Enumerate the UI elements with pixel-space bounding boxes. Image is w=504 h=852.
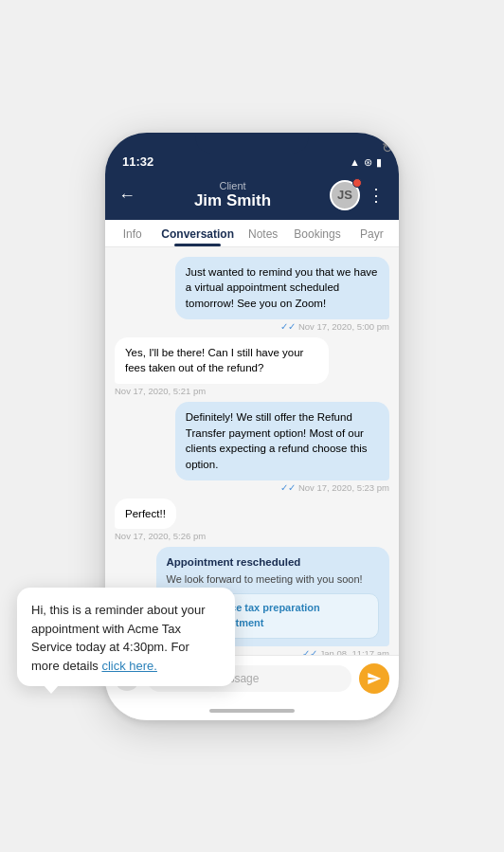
tab-notes[interactable]: Notes [236,220,290,246]
reminder-popup: Hi, this is a reminder about your appoin… [17,588,235,686]
avatar-wrapper[interactable]: JS [330,180,360,210]
read-receipt-1: ✓✓ [280,321,296,332]
timestamp-3: Nov 17, 2020, 5:23 pm [298,482,389,493]
message-4: Perfect!! Nov 17, 2020, 5:26 pm [115,499,389,542]
bubble-sent-3: Definitely! We still offer the Refund Tr… [175,402,389,480]
message-text-3: Definitely! We still offer the Refund Tr… [186,411,368,470]
msg-meta-1: ✓✓ Nov 17, 2020, 5:00 pm [280,321,389,332]
reminder-link[interactable]: click here. [101,659,157,673]
message-2: Yes, I'll be there! Can I still have you… [115,337,389,396]
more-options-button[interactable]: ⋮ [368,185,386,206]
message-text-1: Just wanted to remind you that we have a… [186,266,378,309]
bubble-received-4: Perfect!! [115,499,176,530]
tab-conversation[interactable]: Conversation [159,220,236,246]
timestamp-4: Nov 17, 2020, 5:26 pm [115,531,206,541]
msg-meta-2: Nov 17, 2020, 5:21 pm [115,386,206,396]
chat-header: ← Client Jim Smith JS ⋮ [105,174,399,220]
message-text-2: Yes, I'll be there! Can I still have you… [125,347,303,374]
header-actions: JS ⋮ [330,180,386,210]
wifi-icon: ⊛ [364,156,372,169]
signal-icon: ▲ [350,156,360,168]
message-text-4: Perfect!! [125,508,166,519]
timestamp-5: Jan 08, 11:17 am [320,648,389,655]
send-button[interactable] [359,663,389,694]
client-name: Jim Smith [135,191,330,210]
message-1: Just wanted to remind you that we have a… [115,257,389,332]
tab-info[interactable]: Info [105,220,159,246]
message-3: Definitely! We still offer the Refund Tr… [115,402,389,493]
msg-meta-3: ✓✓ Nov 17, 2020, 5:23 pm [280,482,389,493]
read-receipt-3: ✓✓ [280,482,296,493]
notification-dot [352,178,362,188]
home-bar-indicator [209,709,295,713]
read-receipt-5: ✓✓ [302,648,317,655]
status-time: 11:32 [122,154,153,169]
bubble-received-2: Yes, I'll be there! Can I still have you… [115,337,329,384]
appt-title: Appointment rescheduled [167,554,380,571]
back-button[interactable]: ← [118,187,135,204]
home-bar [105,701,399,720]
status-icons: ▲ ⊛ ▮ [350,156,382,169]
msg-meta-5: ✓✓ Jan 08, 11:17 am [302,648,389,655]
battery-icon: ▮ [376,156,382,169]
send-icon [367,671,382,686]
msg-meta-4: Nov 17, 2020, 5:26 pm [115,531,206,541]
timestamp-2: Nov 17, 2020, 5:21 pm [115,386,206,396]
bubble-sent-1: Just wanted to remind you that we have a… [175,257,389,319]
header-center: Client Jim Smith [135,180,330,210]
appt-subtitle: We look forward to meeting with you soon… [167,572,380,588]
tab-bar: Info Conversation Notes Bookings Payr [105,220,399,247]
status-bar: 11:32 ▲ ⊛ ▮ [105,133,399,174]
timestamp-1: Nov 17, 2020, 5:00 pm [298,321,389,332]
tab-payment[interactable]: Payr [345,220,399,246]
tab-bookings[interactable]: Bookings [290,220,344,246]
client-label: Client [135,180,330,191]
